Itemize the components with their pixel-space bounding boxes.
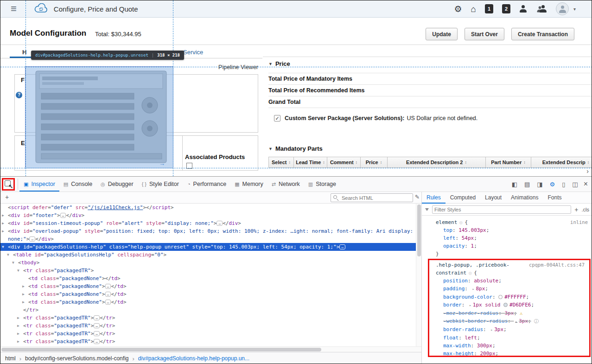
action-button-update[interactable]: Update [426,28,458,40]
collapsed-children-icon[interactable]: … [105,292,111,297]
markup-node[interactable]: ▶<td class="packagedNone">…</td> [0,282,416,290]
parts-column-header[interactable]: Extended Description 2↕ [388,157,486,167]
rule-selector[interactable]: constraint [436,270,466,276]
css-declaration[interactable]: float: left; [436,334,587,342]
expand-twisty-icon[interactable]: ▸ [515,319,517,324]
parts-scroll-right-icon[interactable]: › [586,167,589,175]
add-node-button[interactable]: + [5,193,9,201]
rule-source-link[interactable]: inline [570,218,588,226]
collapsed-children-icon[interactable]: … [94,323,100,328]
rule-source-link[interactable]: cpqpm-004Alt.css:47 [529,261,585,269]
expand-arrow-icon[interactable]: ▶ [22,298,27,306]
responsive-mode-icon[interactable]: ▤ [524,181,530,188]
markup-node[interactable]: <td class="packagedNone"></td> [0,275,416,282]
collapsed-children-icon[interactable]: … [105,284,111,289]
breadcrumb-item[interactable]: body#config-serverSolutions.model-config [25,355,128,362]
expand-arrow-icon[interactable]: ▶ [22,290,27,298]
markup-node[interactable]: ▶<tr class="packagedTR">…</tr> [0,338,416,345]
markup-node[interactable]: ▼<div id="packagedSolutions-help" class=… [0,243,416,251]
sidebar-tab-fonts[interactable]: Fonts [543,192,566,204]
collapsed-children-icon[interactable]: … [105,300,111,305]
doc-badge-2-icon[interactable]: 2 [502,4,510,13]
sidebar-tab-layout[interactable]: Layout [480,192,506,204]
sort-icon[interactable]: ↕ [380,160,382,165]
sidebar-tab-rules[interactable]: Rules [422,192,446,204]
pipeline-viewer-label[interactable]: Pipeline Viewer [169,64,258,70]
doc-badge-1-icon[interactable]: 1 [485,4,493,13]
parts-column-header[interactable]: Price↕ [361,157,388,167]
group-icon[interactable] [536,5,547,13]
expand-arrow-icon[interactable]: ▶ [17,330,22,338]
expand-arrow-icon[interactable]: ▶ [17,322,22,330]
devtools-tab-style-editor[interactable]: { }Style Editor [138,177,183,192]
eyedropper-icon[interactable]: ✎ [415,194,420,200]
collapsed-children-icon[interactable]: … [60,213,66,218]
expand-arrow-icon[interactable]: ▶ [17,314,22,322]
collapsed-children-icon[interactable]: … [94,339,100,344]
markup-horizontal-scrollbar[interactable] [0,346,421,352]
sidebar-tab-computed[interactable]: Computed [446,192,480,204]
expand-arrow-icon[interactable]: ▼ [12,259,17,267]
breadcrumb-item[interactable]: div#packagedSolutions-help.help-popup.un… [138,355,249,362]
devtools-tab-memory[interactable]: ▦Memory [230,177,267,192]
css-declaration[interactable]: max-height: 200px; [436,350,587,357]
tab-service[interactable]: Service [183,49,203,56]
selector-target-icon[interactable]: ◎ [459,220,462,225]
markup-node[interactable]: ▼<tbody> [0,259,416,267]
close-icon[interactable]: × [584,180,592,188]
css-declaration[interactable]: -moz-border-radius: 3px;⚠ [436,309,587,317]
css-declaration[interactable]: border-radius: ▸3px; [436,326,587,334]
collapsed-children-icon[interactable]: … [94,315,100,320]
scrollbar-thumb[interactable] [417,204,421,256]
css-declaration[interactable]: left: 54px; [436,234,591,242]
avatar[interactable] [556,2,569,15]
markup-node[interactable]: ▶<div id="session-timeout-popup" role="a… [0,219,416,227]
markup-node[interactable]: ▼<tr class="packagedTR"> [0,267,416,275]
parts-column-header[interactable]: Select↕ [269,157,294,167]
dock-window-icon[interactable]: ◫ [572,181,578,188]
devtools-tab-network[interactable]: ⇄Network [267,177,304,192]
sort-icon[interactable]: ↕ [465,160,467,165]
expand-twisty-icon[interactable]: ▸ [490,328,493,332]
expand-twisty-icon[interactable]: ▸ [469,303,471,307]
class-panel-toggle[interactable]: .cls [582,207,590,212]
parts-column-header[interactable]: Lead Time↕ [294,157,327,167]
expand-arrow-icon[interactable]: ▶ [2,211,6,219]
settings-gear-icon[interactable]: ⚙ [454,5,462,13]
rule-selector[interactable]: .help-popup, .pricebook- [436,262,509,268]
sidebar-tab-animations[interactable]: Animations [506,192,543,204]
search-html-input[interactable] [341,195,410,201]
css-declaration[interactable]: border: ▸1px solid #D6DFE6; [436,301,587,309]
css-declaration[interactable]: padding: ▸8px; [436,285,587,293]
collapse-triangle-icon[interactable]: ▼ [268,147,273,151]
user-icon[interactable] [519,5,527,13]
collapsed-children-icon[interactable]: … [216,221,223,226]
parts-column-header[interactable]: Extended Descrip↕ [531,157,592,167]
expand-arrow-icon[interactable]: ▶ [22,282,27,290]
action-button-start-over[interactable]: Start Over [465,28,504,40]
markup-node[interactable]: ▶<td class="packagedNone">…</td> [0,298,416,306]
expand-arrow-icon[interactable]: ▶ [2,219,6,227]
devtools-tab-performance[interactable]: ◔Performance [183,177,230,192]
scrollbar-thumb[interactable] [1,348,321,351]
sort-icon[interactable]: ↕ [288,160,291,165]
markup-node[interactable]: ▶<tr class="packagedTR">…</tr> [0,322,416,330]
collapsed-children-icon[interactable]: … [94,331,100,336]
collapsed-children-icon[interactable]: … [29,236,35,242]
color-swatch[interactable] [503,303,508,307]
filter-styles-input[interactable] [432,205,571,214]
markup-vertical-scrollbar[interactable] [416,204,421,346]
selector-target-icon[interactable]: ◎ [469,270,471,275]
split-console-icon[interactable]: ◨ [537,181,542,188]
markup-node[interactable]: ▶<div id="overload-popup" style="positio… [0,227,416,243]
sort-icon[interactable]: ↕ [523,160,526,165]
markup-node[interactable]: ▶<tr class="packagedTR">…</tr> [0,330,416,338]
expand-arrow-icon[interactable]: ▶ [2,227,6,235]
expand-arrow-icon[interactable]: ▼ [17,267,22,275]
sort-icon[interactable]: ↕ [356,160,358,165]
parts-column-header[interactable]: Part Number↕ [486,157,531,167]
dock-side-icon[interactable]: ▯ [562,181,565,188]
markup-node[interactable]: </tr> [0,306,416,314]
help-icon[interactable]: ? [16,92,22,98]
css-declaration[interactable]: background-color: #FFFFFF; [436,293,587,301]
